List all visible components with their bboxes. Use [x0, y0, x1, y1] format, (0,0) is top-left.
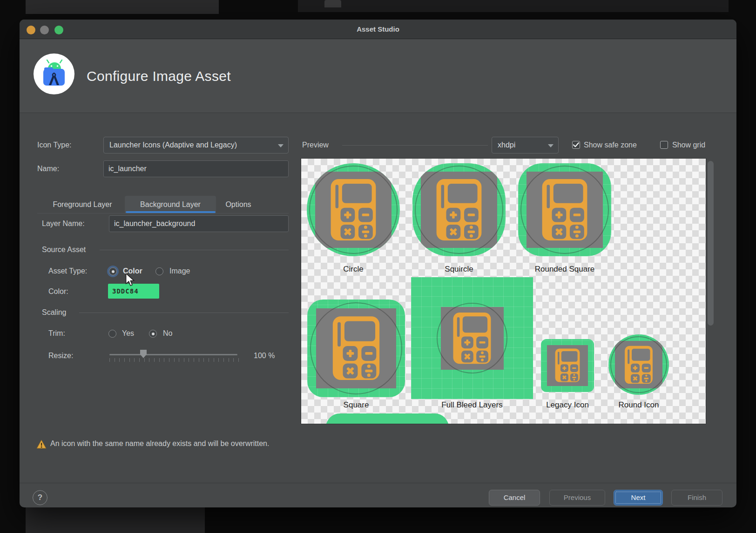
scaling-section-label: Scaling: [42, 308, 66, 317]
scaling-rule: [79, 313, 289, 313]
preview-rule: [342, 145, 488, 146]
header-separator: [20, 113, 736, 113]
density-value: xhdpi: [498, 141, 515, 149]
preview-scrollbar-thumb[interactable]: [708, 161, 714, 326]
screen: Asset Studio Co: [0, 0, 756, 533]
page-title: Configure Image Asset: [87, 40, 231, 113]
layer-name-input[interactable]: ic_launcher_background: [109, 215, 289, 232]
name-input[interactable]: ic_launcher: [103, 160, 289, 177]
trim-no-radio[interactable]: [149, 330, 157, 338]
resize-slider-ticks: [109, 358, 238, 363]
warning-icon: [36, 440, 47, 449]
icon-type-value: Launcher Icons (Adaptive and Legacy): [109, 141, 237, 149]
color-hex-value: 3DDC84: [112, 287, 139, 295]
finish-button[interactable]: Finish: [671, 490, 722, 506]
layer-name-value: ic_launcher_background: [114, 220, 195, 227]
asset-type-image-label[interactable]: Image: [169, 267, 190, 275]
resize-slider-thumb[interactable]: [140, 350, 147, 358]
close-window-button[interactable]: [27, 26, 35, 34]
android-studio-icon: [34, 53, 74, 94]
trim-yes-radio[interactable]: [108, 330, 116, 338]
resize-label: Resize:: [48, 352, 73, 360]
selected-tab-underline: [126, 211, 216, 213]
title-bar: Asset Studio: [20, 20, 736, 39]
background-window-bottom: [26, 507, 205, 533]
minimize-window-button[interactable]: [40, 26, 49, 34]
name-label: Name:: [37, 165, 59, 173]
tab-foreground-layer[interactable]: Foreground Layer: [48, 196, 116, 213]
preview-tile-full-bleed: Full Bleed Layers: [411, 277, 533, 399]
tile-label: Rounded Square: [535, 265, 595, 274]
dialog-header: Configure Image Asset: [20, 40, 736, 113]
preview-tile-legacy: Legacy Icon: [541, 339, 594, 392]
tile-label: Full Bleed Layers: [441, 400, 502, 410]
tile-label: Squircle: [445, 265, 473, 274]
help-button[interactable]: ?: [33, 490, 47, 505]
cancel-button[interactable]: Cancel: [489, 490, 540, 506]
chevron-down-icon: [548, 144, 554, 147]
tile-label: Round Icon: [619, 400, 659, 410]
preview-section-label: Preview: [302, 141, 329, 149]
chevron-down-icon: [278, 144, 284, 147]
preview-panel: Circle Squircle: [301, 158, 706, 424]
warning-text: An icon with the same name already exist…: [50, 440, 269, 448]
background-toolbar: [298, 0, 729, 12]
next-button[interactable]: Next: [614, 490, 663, 506]
show-safe-zone-checkbox[interactable]: [572, 141, 580, 149]
preview-tile-round: Round Icon: [608, 334, 669, 395]
preview-tile-partial: [326, 413, 449, 424]
source-asset-rule: [100, 250, 289, 250]
window-title: Asset Studio: [20, 20, 736, 39]
previous-button[interactable]: Previous: [549, 490, 605, 506]
show-grid-checkbox[interactable]: [660, 141, 668, 149]
safe-zone-outline: [309, 166, 398, 254]
source-asset-section-label: Source Asset: [42, 246, 86, 254]
preview-tile-square: Square: [307, 300, 405, 397]
asset-studio-dialog: Asset Studio Co: [20, 20, 736, 507]
density-dropdown[interactable]: xhdpi: [492, 137, 559, 153]
tab-options[interactable]: Options: [223, 196, 254, 213]
icon-type-dropdown[interactable]: Launcher Icons (Adaptive and Legacy): [103, 137, 289, 153]
trim-no-label[interactable]: No: [163, 329, 172, 338]
tab-baseline: [37, 213, 289, 213]
resize-value: 100 %: [254, 352, 275, 360]
background-window-top: [26, 0, 219, 14]
footer-separator: [20, 483, 736, 483]
mouse-cursor: [125, 273, 136, 286]
trim-yes-label[interactable]: Yes: [122, 329, 134, 338]
color-label: Color:: [48, 287, 68, 296]
icon-type-label: Icon Type:: [37, 141, 72, 149]
zoom-window-button[interactable]: [54, 26, 63, 34]
tile-label: Circle: [343, 265, 363, 274]
tile-label: Square: [344, 400, 369, 410]
background-tab: [324, 0, 341, 7]
tile-label: Legacy Icon: [546, 400, 589, 410]
asset-type-color-radio[interactable]: [109, 267, 117, 275]
trim-label: Trim:: [48, 329, 65, 338]
resize-slider-track[interactable]: [109, 354, 237, 355]
preview-tile-rounded-square: Rounded Square: [518, 163, 611, 256]
asset-type-image-radio[interactable]: [155, 267, 163, 275]
show-safe-zone-label[interactable]: Show safe zone: [584, 141, 637, 149]
preview-tile-squircle: Squircle: [412, 163, 506, 256]
layer-name-label: Layer Name:: [42, 220, 85, 228]
name-value: ic_launcher: [108, 165, 147, 173]
calculator-icon: [554, 348, 581, 382]
asset-type-label: Asset Type:: [48, 267, 87, 275]
preview-tile-circle: Circle: [307, 163, 400, 256]
show-grid-label[interactable]: Show grid: [672, 141, 705, 149]
